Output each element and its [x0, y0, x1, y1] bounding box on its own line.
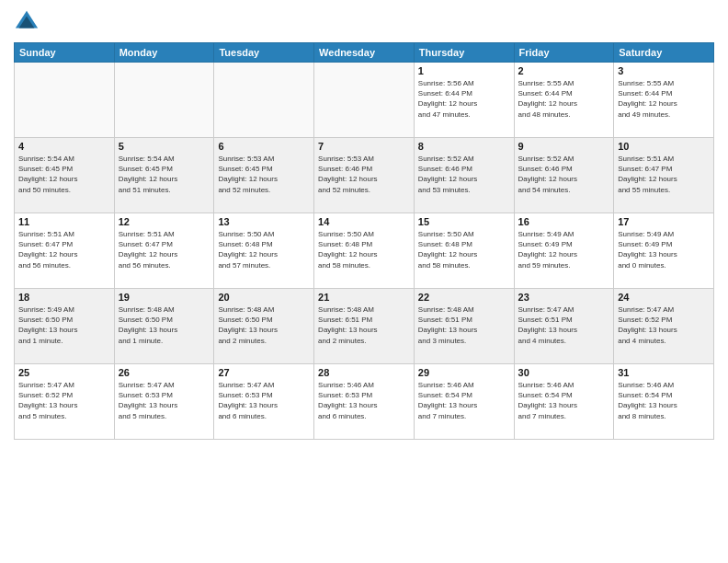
day-info: Sunrise: 5:52 AM Sunset: 6:46 PM Dayligh…	[418, 154, 510, 195]
day-info: Sunrise: 5:50 AM Sunset: 6:48 PM Dayligh…	[218, 229, 310, 270]
calendar-cell: 6Sunrise: 5:53 AM Sunset: 6:45 PM Daylig…	[214, 138, 314, 213]
day-number: 13	[218, 216, 310, 227]
day-info: Sunrise: 5:53 AM Sunset: 6:45 PM Dayligh…	[218, 154, 310, 195]
calendar-cell: 3Sunrise: 5:55 AM Sunset: 6:44 PM Daylig…	[614, 63, 714, 138]
day-info: Sunrise: 5:55 AM Sunset: 6:44 PM Dayligh…	[618, 78, 710, 120]
day-number: 1	[418, 65, 510, 76]
day-number: 3	[618, 65, 710, 76]
day-info: Sunrise: 5:52 AM Sunset: 6:46 PM Dayligh…	[518, 154, 610, 195]
page: SundayMondayTuesdayWednesdayThursdayFrid…	[0, 0, 728, 563]
day-info: Sunrise: 5:50 AM Sunset: 6:48 PM Dayligh…	[318, 229, 410, 270]
day-number: 30	[518, 367, 610, 378]
calendar-cell: 2Sunrise: 5:55 AM Sunset: 6:44 PM Daylig…	[514, 63, 614, 138]
day-info: Sunrise: 5:54 AM Sunset: 6:45 PM Dayligh…	[119, 154, 210, 195]
calendar-cell: 30Sunrise: 5:46 AM Sunset: 6:54 PM Dayli…	[514, 364, 614, 440]
week-row-1: 4Sunrise: 5:54 AM Sunset: 6:45 PM Daylig…	[15, 138, 714, 213]
calendar-cell: 11Sunrise: 5:51 AM Sunset: 6:47 PM Dayli…	[15, 213, 115, 289]
day-number: 11	[18, 216, 110, 227]
calendar-cell: 27Sunrise: 5:47 AM Sunset: 6:53 PM Dayli…	[214, 364, 314, 440]
day-number: 12	[119, 216, 210, 227]
week-row-4: 25Sunrise: 5:47 AM Sunset: 6:52 PM Dayli…	[15, 364, 714, 440]
calendar-cell: 1Sunrise: 5:56 AM Sunset: 6:44 PM Daylig…	[414, 63, 514, 138]
day-number: 18	[18, 292, 110, 303]
calendar-cell: 20Sunrise: 5:48 AM Sunset: 6:50 PM Dayli…	[214, 289, 314, 364]
day-info: Sunrise: 5:55 AM Sunset: 6:44 PM Dayligh…	[518, 78, 610, 120]
day-number: 19	[119, 292, 210, 303]
calendar-cell: 5Sunrise: 5:54 AM Sunset: 6:45 PM Daylig…	[114, 138, 214, 213]
calendar-cell: 28Sunrise: 5:46 AM Sunset: 6:53 PM Dayli…	[314, 364, 415, 440]
day-number: 8	[418, 141, 510, 152]
day-info: Sunrise: 5:50 AM Sunset: 6:48 PM Dayligh…	[418, 229, 510, 270]
day-number: 17	[618, 216, 710, 227]
weekday-saturday: Saturday	[614, 43, 714, 63]
day-info: Sunrise: 5:49 AM Sunset: 6:49 PM Dayligh…	[518, 229, 610, 270]
day-number: 7	[318, 141, 410, 152]
day-info: Sunrise: 5:51 AM Sunset: 6:47 PM Dayligh…	[618, 154, 710, 195]
weekday-tuesday: Tuesday	[214, 43, 314, 63]
day-number: 21	[318, 292, 410, 303]
calendar-cell: 9Sunrise: 5:52 AM Sunset: 6:46 PM Daylig…	[514, 138, 614, 213]
day-info: Sunrise: 5:49 AM Sunset: 6:49 PM Dayligh…	[618, 229, 710, 270]
day-number: 25	[18, 367, 110, 378]
day-number: 28	[318, 367, 410, 378]
calendar-cell: 12Sunrise: 5:51 AM Sunset: 6:47 PM Dayli…	[114, 213, 214, 289]
logo	[14, 9, 43, 35]
day-info: Sunrise: 5:46 AM Sunset: 6:54 PM Dayligh…	[618, 380, 710, 421]
day-number: 29	[418, 367, 510, 378]
day-number: 2	[518, 65, 610, 76]
calendar-cell	[314, 63, 415, 138]
calendar-cell: 16Sunrise: 5:49 AM Sunset: 6:49 PM Dayli…	[514, 213, 614, 289]
calendar-cell: 10Sunrise: 5:51 AM Sunset: 6:47 PM Dayli…	[614, 138, 714, 213]
calendar-cell: 23Sunrise: 5:47 AM Sunset: 6:51 PM Dayli…	[514, 289, 614, 364]
day-info: Sunrise: 5:47 AM Sunset: 6:53 PM Dayligh…	[119, 380, 210, 421]
header	[14, 9, 714, 35]
calendar-cell: 24Sunrise: 5:47 AM Sunset: 6:52 PM Dayli…	[614, 289, 714, 364]
calendar-cell: 19Sunrise: 5:48 AM Sunset: 6:50 PM Dayli…	[114, 289, 214, 364]
day-info: Sunrise: 5:49 AM Sunset: 6:50 PM Dayligh…	[18, 304, 110, 346]
calendar-cell: 14Sunrise: 5:50 AM Sunset: 6:48 PM Dayli…	[314, 213, 415, 289]
calendar: SundayMondayTuesdayWednesdayThursdayFrid…	[14, 42, 714, 440]
day-info: Sunrise: 5:51 AM Sunset: 6:47 PM Dayligh…	[18, 229, 110, 270]
day-info: Sunrise: 5:48 AM Sunset: 6:50 PM Dayligh…	[218, 304, 310, 346]
day-number: 14	[318, 216, 410, 227]
day-number: 4	[18, 141, 110, 152]
calendar-cell: 15Sunrise: 5:50 AM Sunset: 6:48 PM Dayli…	[414, 213, 514, 289]
day-info: Sunrise: 5:48 AM Sunset: 6:51 PM Dayligh…	[318, 304, 410, 346]
week-row-3: 18Sunrise: 5:49 AM Sunset: 6:50 PM Dayli…	[15, 289, 714, 364]
weekday-header-row: SundayMondayTuesdayWednesdayThursdayFrid…	[15, 43, 714, 63]
calendar-cell: 8Sunrise: 5:52 AM Sunset: 6:46 PM Daylig…	[414, 138, 514, 213]
day-info: Sunrise: 5:46 AM Sunset: 6:54 PM Dayligh…	[418, 380, 510, 421]
calendar-cell	[114, 63, 214, 138]
day-info: Sunrise: 5:46 AM Sunset: 6:53 PM Dayligh…	[318, 380, 410, 421]
day-info: Sunrise: 5:54 AM Sunset: 6:45 PM Dayligh…	[18, 154, 110, 195]
day-number: 24	[618, 292, 710, 303]
day-info: Sunrise: 5:48 AM Sunset: 6:51 PM Dayligh…	[418, 304, 510, 346]
calendar-cell: 29Sunrise: 5:46 AM Sunset: 6:54 PM Dayli…	[414, 364, 514, 440]
day-number: 20	[218, 292, 310, 303]
calendar-cell	[214, 63, 314, 138]
day-number: 15	[418, 216, 510, 227]
day-number: 10	[618, 141, 710, 152]
day-number: 26	[119, 367, 210, 378]
week-row-0: 1Sunrise: 5:56 AM Sunset: 6:44 PM Daylig…	[15, 63, 714, 138]
day-number: 16	[518, 216, 610, 227]
day-number: 5	[119, 141, 210, 152]
calendar-cell: 4Sunrise: 5:54 AM Sunset: 6:45 PM Daylig…	[15, 138, 115, 213]
calendar-cell: 18Sunrise: 5:49 AM Sunset: 6:50 PM Dayli…	[15, 289, 115, 364]
weekday-wednesday: Wednesday	[314, 43, 415, 63]
calendar-cell: 21Sunrise: 5:48 AM Sunset: 6:51 PM Dayli…	[314, 289, 415, 364]
calendar-cell: 7Sunrise: 5:53 AM Sunset: 6:46 PM Daylig…	[314, 138, 415, 213]
day-info: Sunrise: 5:51 AM Sunset: 6:47 PM Dayligh…	[119, 229, 210, 270]
calendar-cell: 25Sunrise: 5:47 AM Sunset: 6:52 PM Dayli…	[15, 364, 115, 440]
logo-icon	[14, 9, 40, 35]
day-number: 27	[218, 367, 310, 378]
calendar-cell: 22Sunrise: 5:48 AM Sunset: 6:51 PM Dayli…	[414, 289, 514, 364]
day-info: Sunrise: 5:47 AM Sunset: 6:53 PM Dayligh…	[218, 380, 310, 421]
calendar-cell: 31Sunrise: 5:46 AM Sunset: 6:54 PM Dayli…	[614, 364, 714, 440]
day-number: 31	[618, 367, 710, 378]
day-info: Sunrise: 5:47 AM Sunset: 6:52 PM Dayligh…	[18, 380, 110, 421]
day-info: Sunrise: 5:47 AM Sunset: 6:52 PM Dayligh…	[618, 304, 710, 346]
calendar-cell: 13Sunrise: 5:50 AM Sunset: 6:48 PM Dayli…	[214, 213, 314, 289]
day-number: 22	[418, 292, 510, 303]
weekday-friday: Friday	[514, 43, 614, 63]
